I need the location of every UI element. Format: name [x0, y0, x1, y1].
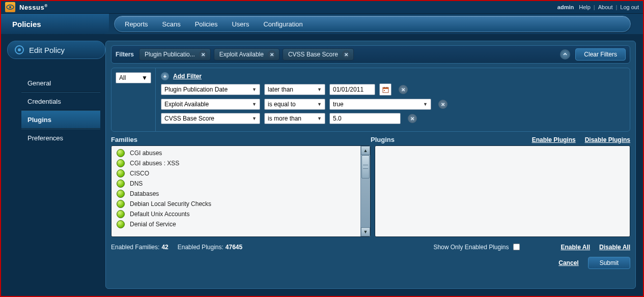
- status-dot-icon: [117, 159, 125, 167]
- remove-filter-icon[interactable]: ✕: [438, 100, 447, 109]
- nav-reports[interactable]: Reports: [125, 20, 148, 28]
- nav-configuration[interactable]: Configuration: [263, 20, 302, 28]
- enabled-families-count: 42: [161, 244, 168, 251]
- sidebar-item-general[interactable]: General: [21, 74, 100, 92]
- close-icon[interactable]: ✕: [342, 50, 350, 58]
- close-icon[interactable]: ✕: [268, 50, 276, 58]
- scrollbar[interactable]: ▲ ▼: [360, 146, 370, 236]
- family-item[interactable]: CISCO: [111, 168, 360, 179]
- family-item[interactable]: CGI abuses: [111, 148, 360, 158]
- svg-rect-3: [383, 87, 388, 89]
- nessus-logo: [5, 2, 15, 12]
- families-list: CGI abusesCGI abuses : XSSCISCODNSDataba…: [111, 145, 371, 237]
- section-title: Policies: [1, 14, 109, 34]
- scroll-up-icon[interactable]: ▲: [361, 146, 370, 155]
- svg-rect-6: [384, 90, 385, 91]
- nav-users[interactable]: Users: [232, 20, 249, 28]
- nav-scans[interactable]: Scans: [162, 20, 181, 28]
- filter-value-input[interactable]: [329, 113, 401, 124]
- filter-chip[interactable]: Exploit Available✕: [214, 48, 279, 61]
- family-item-label: CGI abuses: [130, 150, 162, 157]
- enable-plugins-link[interactable]: Enable Plugins: [532, 136, 576, 143]
- family-item[interactable]: Denial of Service: [111, 219, 360, 229]
- family-item-label: CGI abuses : XSS: [130, 160, 179, 167]
- sidebar-item-preferences[interactable]: Preferences: [21, 129, 100, 146]
- calendar-icon[interactable]: [379, 83, 391, 96]
- submit-button[interactable]: Submit: [588, 257, 630, 269]
- user-link[interactable]: admin: [557, 4, 574, 10]
- family-item[interactable]: Databases: [111, 189, 360, 199]
- family-item-label: CISCO: [130, 170, 149, 177]
- nav-policies[interactable]: Policies: [195, 20, 218, 28]
- remove-filter-icon[interactable]: ✕: [399, 85, 408, 94]
- enabled-plugins-count: 47645: [226, 244, 242, 251]
- family-item-label: DNS: [130, 180, 143, 187]
- filter-value-input[interactable]: [329, 84, 375, 95]
- filter-field-select[interactable]: Exploit Available▼: [161, 99, 260, 110]
- scroll-down-icon[interactable]: ▼: [361, 227, 370, 236]
- status-dot-icon: [117, 210, 125, 218]
- show-only-enabled-label: Show Only Enabled Plugins: [433, 244, 509, 251]
- cancel-button[interactable]: Cancel: [558, 259, 578, 266]
- filter-value-select[interactable]: true▼: [329, 99, 431, 110]
- status-dot-icon: [117, 180, 125, 188]
- plugins-list: [375, 145, 630, 237]
- filter-operator-select[interactable]: is more than▼: [264, 113, 325, 124]
- filter-scope-select[interactable]: All▼: [116, 72, 151, 83]
- family-item[interactable]: DNS: [111, 179, 360, 189]
- family-item-label: Default Unix Accounts: [130, 211, 189, 218]
- families-header: Families: [111, 136, 371, 143]
- sidebar-item-credentials[interactable]: Credentials: [21, 92, 100, 110]
- status-dot-icon: [117, 190, 125, 198]
- radio-icon: [15, 45, 24, 54]
- status-dot-icon: [117, 200, 125, 208]
- filter-chip[interactable]: Plugin Publicatio...✕: [139, 48, 211, 61]
- enabled-plugins-label: Enabled Plugins:: [178, 244, 223, 251]
- clear-filters-button[interactable]: Clear Filters: [575, 48, 626, 61]
- plugins-header: Plugins: [371, 136, 395, 143]
- add-filter-icon[interactable]: +: [161, 72, 169, 80]
- status-dot-icon: [117, 149, 125, 157]
- brand-name: Nessus®: [19, 4, 48, 11]
- status-dot-icon: [117, 169, 125, 177]
- help-link[interactable]: Help: [579, 4, 591, 10]
- family-item-label: Debian Local Security Checks: [130, 200, 211, 207]
- family-item[interactable]: Debian Local Security Checks: [111, 199, 360, 209]
- filter-chip[interactable]: CVSS Base Score✕: [283, 48, 354, 61]
- enable-all-link[interactable]: Enable All: [561, 244, 591, 251]
- about-link[interactable]: About: [598, 4, 613, 10]
- show-only-enabled-checkbox[interactable]: [513, 244, 520, 251]
- remove-filter-icon[interactable]: ✕: [408, 114, 417, 123]
- family-item[interactable]: Default Unix Accounts: [111, 209, 360, 219]
- add-filter-link[interactable]: Add Filter: [173, 73, 202, 80]
- logout-link[interactable]: Log out: [620, 4, 639, 10]
- family-item-label: Denial of Service: [130, 221, 176, 228]
- sidebar-item-plugins[interactable]: Plugins: [21, 110, 100, 129]
- scroll-thumb[interactable]: [361, 155, 370, 179]
- filter-field-select[interactable]: CVSS Base Score▼: [161, 113, 260, 124]
- close-icon[interactable]: ✕: [199, 50, 207, 58]
- family-item[interactable]: CGI abuses : XSS: [111, 158, 360, 168]
- filter-field-select[interactable]: Plugin Publication Date▼: [161, 84, 260, 95]
- filter-operator-select[interactable]: later than▼: [264, 84, 325, 95]
- collapse-filters-icon[interactable]: [560, 49, 570, 60]
- status-dot-icon: [117, 220, 125, 228]
- main-nav: Reports Scans Policies Users Configurati…: [114, 16, 631, 32]
- disable-all-link[interactable]: Disable All: [599, 244, 630, 251]
- page-title: Edit Policy: [7, 41, 105, 59]
- enabled-families-label: Enabled Families:: [111, 244, 159, 251]
- disable-plugins-link[interactable]: Disable Plugins: [585, 136, 630, 143]
- filter-operator-select[interactable]: is equal to▼: [264, 99, 325, 110]
- filters-label: Filters: [116, 51, 134, 58]
- svg-point-1: [9, 6, 11, 8]
- family-item-label: Databases: [130, 190, 159, 197]
